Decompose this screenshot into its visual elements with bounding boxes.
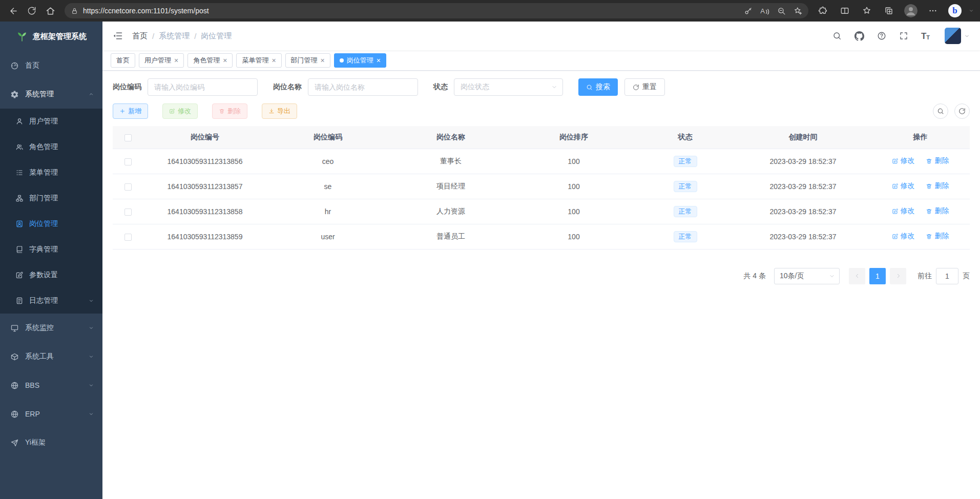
collapse-sidebar-button[interactable]: [110, 28, 126, 44]
fullscreen-button[interactable]: [897, 29, 910, 43]
user-menu[interactable]: [945, 28, 970, 44]
breadcrumb-system-mgmt[interactable]: 系统管理: [159, 31, 190, 41]
sidebar-item-param-settings[interactable]: 参数设置: [0, 262, 102, 288]
row-delete-link[interactable]: 删除: [926, 206, 949, 216]
app-logo[interactable]: 意框架管理系统: [0, 22, 102, 51]
row-edit-link[interactable]: 修改: [892, 156, 915, 165]
delete-button[interactable]: 删除: [212, 103, 247, 119]
tab-role-mgmt[interactable]: 角色管理×: [187, 53, 233, 68]
sidebar-item-log-mgmt[interactable]: 日志管理: [0, 288, 102, 314]
row-edit-link[interactable]: 修改: [892, 181, 915, 191]
trash-icon: [219, 108, 225, 114]
row-checkbox[interactable]: [124, 209, 132, 216]
back-button[interactable]: [4, 3, 23, 19]
row-delete-link[interactable]: 删除: [926, 181, 949, 191]
tab-dept-mgmt[interactable]: 部门管理×: [285, 53, 330, 68]
status-label: 状态: [433, 82, 448, 92]
post-code-label: 岗位编码: [113, 82, 141, 92]
refresh-icon: [633, 84, 639, 91]
close-icon[interactable]: ×: [321, 57, 325, 64]
header-search-button[interactable]: [830, 29, 844, 43]
breadcrumb-home[interactable]: 首页: [132, 31, 148, 41]
close-icon[interactable]: ×: [272, 57, 276, 64]
sidebar-item-dict-mgmt[interactable]: 字典管理: [0, 237, 102, 262]
sidebar-item-home[interactable]: 首页: [0, 51, 102, 80]
zoom-out-icon[interactable]: [777, 7, 786, 15]
row-delete-link[interactable]: 删除: [926, 156, 949, 165]
add-button[interactable]: 新增: [113, 103, 148, 119]
trash-icon: [926, 183, 932, 190]
read-aloud-icon[interactable]: A: [760, 7, 769, 15]
refresh-table-button[interactable]: [954, 103, 970, 119]
more-menu-button[interactable]: [924, 3, 942, 19]
sidebar-item-dept-mgmt[interactable]: 部门管理: [0, 185, 102, 211]
cell-created-time: 2023-03-29 18:52:37: [735, 199, 871, 224]
edit-button[interactable]: 修改: [162, 103, 198, 119]
row-checkbox[interactable]: [124, 234, 132, 241]
close-icon[interactable]: ×: [174, 57, 178, 64]
row-checkbox[interactable]: [124, 158, 132, 165]
table-header-row: 岗位编号 岗位编码 岗位名称 岗位排序 状态 创建时间 操作: [113, 126, 970, 149]
cell-post-name: 项目经理: [389, 174, 512, 199]
github-button[interactable]: [852, 29, 866, 43]
refresh-icon: [27, 6, 36, 15]
row-edit-link[interactable]: 修改: [892, 206, 915, 216]
refresh-button[interactable]: [23, 3, 41, 19]
collections-button[interactable]: [880, 3, 898, 19]
favorites-button[interactable]: [858, 3, 876, 19]
chevron-down-icon[interactable]: [969, 8, 974, 13]
split-screen-button[interactable]: [836, 3, 854, 19]
sidebar-item-user-mgmt[interactable]: 用户管理: [0, 109, 102, 134]
tab-menu-mgmt[interactable]: 菜单管理×: [236, 53, 281, 68]
export-button[interactable]: 导出: [262, 103, 297, 119]
bing-icon: b: [948, 4, 962, 17]
sidebar-item-post-mgmt[interactable]: 岗位管理: [0, 211, 102, 237]
chevron-down-icon: [88, 354, 94, 360]
cell-post-code: ceo: [266, 149, 389, 174]
page-size-select[interactable]: 10条/页: [774, 268, 840, 284]
status-select[interactable]: 岗位状态: [454, 78, 563, 96]
profile-button[interactable]: [902, 3, 920, 19]
prev-page-button[interactable]: [849, 268, 865, 284]
list-icon: [15, 169, 24, 177]
chevron-down-icon: [88, 298, 94, 304]
page-number-1[interactable]: 1: [869, 268, 886, 284]
sidebar-item-yi-framework[interactable]: Yi框架: [0, 428, 102, 457]
edit-icon: [892, 183, 899, 190]
row-delete-link[interactable]: 删除: [926, 232, 949, 241]
sidebar-item-system-mgmt[interactable]: 系统管理: [0, 80, 102, 109]
url-bar[interactable]: https://ccnetcore.com:1101/system/post A: [65, 3, 808, 18]
font-size-button[interactable]: TT: [919, 30, 932, 43]
post-name-input[interactable]: [308, 78, 418, 96]
select-all-checkbox[interactable]: [124, 134, 132, 141]
password-key-icon[interactable]: [744, 7, 753, 15]
breadcrumb-post-mgmt: 岗位管理: [201, 31, 232, 41]
sidebar-item-menu-mgmt[interactable]: 菜单管理: [0, 160, 102, 185]
reset-button[interactable]: 重置: [624, 78, 665, 96]
bing-chat-button[interactable]: b: [946, 3, 964, 19]
sidebar-item-erp[interactable]: ERP: [0, 400, 102, 428]
post-code-input[interactable]: [148, 78, 258, 96]
add-favorite-star-icon[interactable]: [794, 7, 802, 15]
close-icon[interactable]: ×: [377, 57, 381, 64]
next-page-button[interactable]: [890, 268, 906, 284]
row-edit-link[interactable]: 修改: [892, 232, 915, 241]
tab-post-mgmt[interactable]: 岗位管理×: [334, 53, 386, 68]
sidebar-item-role-mgmt[interactable]: 角色管理: [0, 134, 102, 160]
goto-page-input[interactable]: [936, 268, 958, 284]
search-button[interactable]: 搜索: [578, 78, 618, 96]
close-icon[interactable]: ×: [223, 57, 227, 64]
cell-created-time: 2023-03-29 18:52:37: [735, 224, 871, 249]
sidebar-item-bbs[interactable]: BBS: [0, 371, 102, 400]
sidebar-item-system-monitor[interactable]: 系统监控: [0, 314, 102, 342]
extensions-button[interactable]: [814, 3, 832, 19]
table-row: 1641030593112313858 hr 人力资源 100 正常 2023-…: [113, 199, 970, 224]
tab-user-mgmt[interactable]: 用户管理×: [139, 53, 184, 68]
help-button[interactable]: [875, 29, 888, 43]
tab-home[interactable]: 首页: [111, 53, 135, 68]
toggle-search-button[interactable]: [933, 103, 948, 119]
row-checkbox[interactable]: [124, 183, 132, 191]
sidebar-item-system-tools[interactable]: 系统工具: [0, 342, 102, 371]
home-button[interactable]: [41, 3, 59, 19]
system-submenu: 用户管理 角色管理 菜单管理 部门管理: [0, 109, 102, 314]
